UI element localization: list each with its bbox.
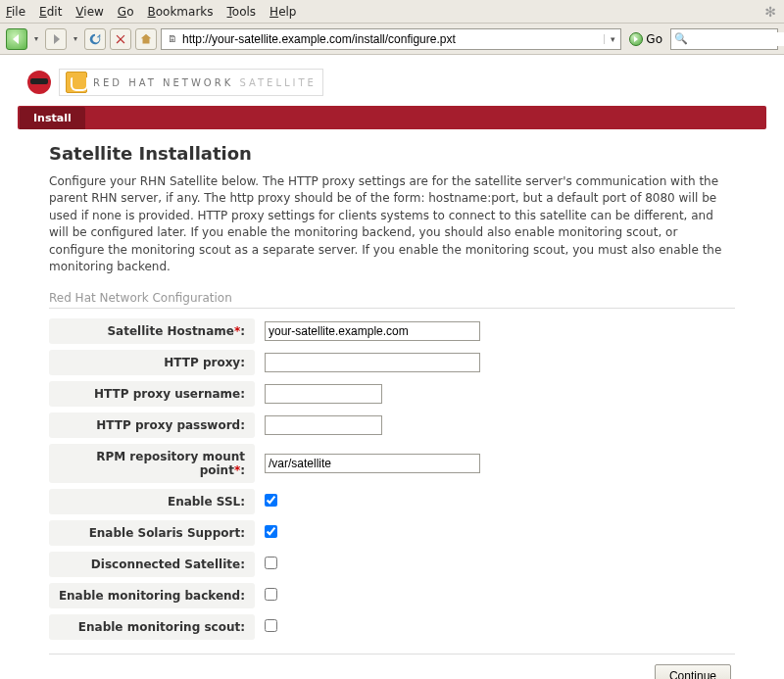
checkbox-mon-scout[interactable]	[265, 619, 277, 632]
forward-history-dropdown[interactable]: ▾	[71, 28, 80, 50]
brand-text: RED HAT NETWORK SATELLITE	[93, 77, 317, 88]
label-mount: RPM repository mount point*:	[49, 444, 255, 483]
menu-bookmarks[interactable]: Bookmarks	[147, 5, 213, 19]
back-history-dropdown[interactable]: ▾	[31, 28, 41, 50]
checkbox-disconnected[interactable]	[265, 557, 277, 569]
menu-go[interactable]: Go	[118, 5, 134, 19]
menu-view[interactable]: View	[75, 5, 103, 19]
search-icon: 🔍	[674, 32, 688, 45]
menu-file[interactable]: File	[6, 5, 25, 19]
page-title: Satellite Installation	[49, 143, 735, 164]
redhat-logo-icon	[27, 71, 51, 94]
search-box[interactable]: 🔍	[670, 28, 778, 50]
back-button[interactable]	[6, 28, 27, 50]
input-mount[interactable]	[265, 454, 480, 473]
label-ssl: Enable SSL:	[49, 489, 255, 514]
go-button[interactable]: Go	[625, 28, 666, 50]
label-mon-scout: Enable monitoring scout:	[49, 614, 255, 640]
menu-tools[interactable]: Tools	[227, 5, 257, 19]
brand-header: RED HAT NETWORK SATELLITE	[18, 69, 766, 96]
label-mon-backend: Enable monitoring backend:	[49, 583, 255, 608]
label-disconnected: Disconnected Satellite:	[49, 552, 255, 577]
checkbox-mon-backend[interactable]	[265, 588, 277, 601]
divider	[49, 654, 735, 655]
intro-text: Configure your RHN Satellite below. The …	[49, 173, 735, 275]
label-proxy: HTTP proxy:	[49, 350, 255, 375]
input-hostname[interactable]	[265, 321, 480, 341]
url-bar[interactable]: 🗎 ▾	[161, 28, 621, 50]
go-icon	[629, 32, 643, 46]
section-heading: Red Hat Network Configuration	[49, 291, 735, 309]
input-proxy-user[interactable]	[265, 384, 382, 404]
search-input[interactable]	[690, 32, 784, 46]
label-proxy-user: HTTP proxy username:	[49, 381, 255, 407]
home-button[interactable]	[135, 28, 157, 50]
url-history-dropdown[interactable]: ▾	[604, 34, 617, 44]
page-content: RED HAT NETWORK SATELLITE Install Satell…	[0, 55, 784, 679]
browser-toolbar: ▾ ▾ 🗎 ▾ Go 🔍	[0, 24, 784, 55]
brand-box: RED HAT NETWORK SATELLITE	[59, 69, 323, 96]
tab-install[interactable]: Install	[20, 107, 85, 129]
throbber-icon: ✻	[762, 4, 778, 20]
menu-help[interactable]: Help	[270, 5, 296, 19]
go-label: Go	[646, 32, 662, 46]
browser-menubar: File Edit View Go Bookmarks Tools Help ✻	[0, 0, 784, 24]
label-hostname: Satellite Hostname*:	[49, 318, 255, 344]
label-solaris: Enable Solaris Support:	[49, 520, 255, 546]
reload-button[interactable]	[84, 28, 106, 50]
checkbox-ssl[interactable]	[265, 494, 277, 507]
stop-button[interactable]	[110, 28, 131, 50]
checkbox-solaris[interactable]	[265, 525, 277, 538]
url-input[interactable]	[182, 32, 604, 46]
label-proxy-pass: HTTP proxy password:	[49, 412, 255, 438]
continue-button[interactable]: Continue	[655, 664, 731, 679]
menu-edit[interactable]: Edit	[39, 5, 62, 19]
input-proxy[interactable]	[265, 353, 480, 372]
input-proxy-pass[interactable]	[265, 415, 382, 435]
nav-bar: Install	[18, 106, 766, 129]
page-icon: 🗎	[165, 31, 180, 47]
rhn-badge-icon	[66, 72, 87, 93]
forward-button[interactable]	[45, 28, 67, 50]
